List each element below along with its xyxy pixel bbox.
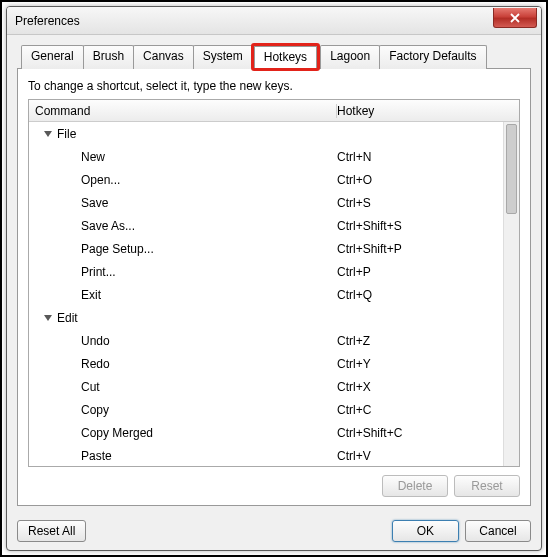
hotkey-grid: Command Hotkey File <box>28 99 520 467</box>
tab-brush[interactable]: Brush <box>83 45 134 69</box>
cancel-button[interactable]: Cancel <box>465 520 531 542</box>
column-header-hotkey[interactable]: Hotkey <box>337 104 519 118</box>
tab-general[interactable]: General <box>21 45 84 69</box>
table-row[interactable]: Copy MergedCtrl+Shift+C <box>29 421 503 444</box>
tab-panel-hotkeys: To change a shortcut, select it, type th… <box>17 68 531 506</box>
preferences-window: Preferences General Brush Canvas System … <box>6 6 542 551</box>
tab-factory-defaults[interactable]: Factory Defaults <box>379 45 486 69</box>
cmd-label: Page Setup... <box>29 242 337 256</box>
close-icon <box>510 13 520 23</box>
cmd-label: Save <box>29 196 337 210</box>
hotkey-value: Ctrl+Z <box>337 334 503 348</box>
ok-button[interactable]: OK <box>392 520 459 542</box>
cmd-label: Copy Merged <box>29 426 337 440</box>
table-row[interactable]: CutCtrl+X <box>29 375 503 398</box>
instruction-text: To change a shortcut, select it, type th… <box>28 79 520 93</box>
table-row[interactable]: NewCtrl+N <box>29 145 503 168</box>
hotkey-value: Ctrl+V <box>337 449 503 463</box>
cmd-label: New <box>29 150 337 164</box>
group-edit[interactable]: Edit <box>29 306 503 329</box>
column-header-command[interactable]: Command <box>29 104 337 118</box>
table-row[interactable]: Print...Ctrl+P <box>29 260 503 283</box>
scrollbar-thumb[interactable] <box>506 124 517 214</box>
grid-header: Command Hotkey <box>29 100 519 122</box>
cmd-label: Undo <box>29 334 337 348</box>
hotkey-value: Ctrl+S <box>337 196 503 210</box>
dialog-footer: Reset All OK Cancel <box>7 514 541 550</box>
cmd-label: Redo <box>29 357 337 371</box>
window-title: Preferences <box>15 14 80 28</box>
table-row[interactable]: PasteCtrl+V <box>29 444 503 466</box>
cmd-label: Paste <box>29 449 337 463</box>
table-row[interactable]: SaveCtrl+S <box>29 191 503 214</box>
tab-hotkeys-highlight: Hotkeys <box>251 43 320 71</box>
reset-button[interactable]: Reset <box>454 475 520 497</box>
table-row[interactable]: RedoCtrl+Y <box>29 352 503 375</box>
expand-icon[interactable] <box>43 313 53 323</box>
group-label: Edit <box>57 311 78 325</box>
delete-button[interactable]: Delete <box>382 475 448 497</box>
hotkey-value: Ctrl+X <box>337 380 503 394</box>
cmd-label: Open... <box>29 173 337 187</box>
table-row[interactable]: Save As...Ctrl+Shift+S <box>29 214 503 237</box>
titlebar: Preferences <box>7 7 541 35</box>
hotkey-value: Ctrl+Shift+C <box>337 426 503 440</box>
reset-all-button[interactable]: Reset All <box>17 520 86 542</box>
grid-body: File NewCtrl+N Open...Ctrl+O SaveCtrl+S … <box>29 122 519 466</box>
table-row[interactable]: UndoCtrl+Z <box>29 329 503 352</box>
hotkey-value: Ctrl+N <box>337 150 503 164</box>
group-label: File <box>57 127 76 141</box>
hotkey-value: Ctrl+O <box>337 173 503 187</box>
hotkey-value: Ctrl+Y <box>337 357 503 371</box>
hotkey-value: Ctrl+C <box>337 403 503 417</box>
cmd-label: Exit <box>29 288 337 302</box>
cmd-label: Save As... <box>29 219 337 233</box>
hotkey-value: Ctrl+Shift+P <box>337 242 503 256</box>
table-row[interactable]: Page Setup...Ctrl+Shift+P <box>29 237 503 260</box>
cmd-label: Cut <box>29 380 337 394</box>
cmd-label: Copy <box>29 403 337 417</box>
hotkey-value: Ctrl+P <box>337 265 503 279</box>
table-row[interactable]: Open...Ctrl+O <box>29 168 503 191</box>
table-row[interactable]: ExitCtrl+Q <box>29 283 503 306</box>
hotkey-value: Ctrl+Q <box>337 288 503 302</box>
cmd-label: Print... <box>29 265 337 279</box>
tab-system[interactable]: System <box>193 45 253 69</box>
hotkey-value: Ctrl+Shift+S <box>337 219 503 233</box>
close-button[interactable] <box>493 8 537 28</box>
expand-icon[interactable] <box>43 129 53 139</box>
scrollbar[interactable] <box>503 122 519 466</box>
table-row[interactable]: CopyCtrl+C <box>29 398 503 421</box>
tab-lagoon[interactable]: Lagoon <box>320 45 380 69</box>
group-file[interactable]: File <box>29 122 503 145</box>
tab-hotkeys[interactable]: Hotkeys <box>254 46 317 68</box>
tab-strip: General Brush Canvas System Hotkeys Lago… <box>17 45 531 69</box>
tab-canvas[interactable]: Canvas <box>133 45 194 69</box>
